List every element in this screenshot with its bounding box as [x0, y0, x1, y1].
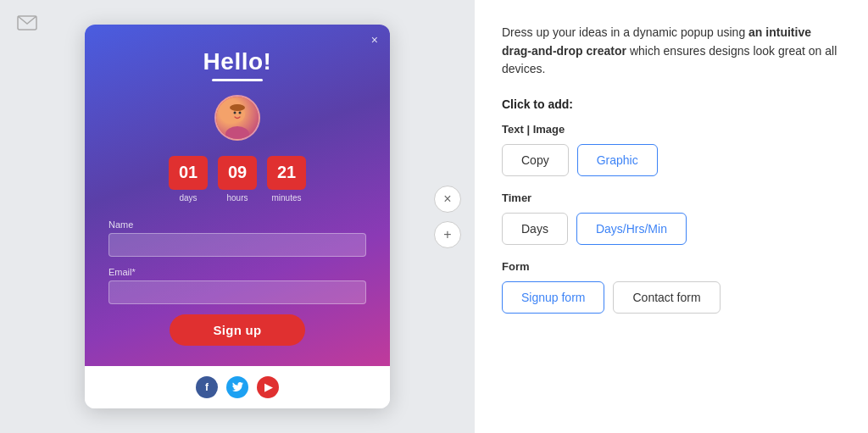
graphic-button[interactable]: Graphic: [577, 144, 658, 176]
email-field[interactable]: [108, 280, 366, 304]
timer-hours-label: hours: [226, 193, 248, 203]
timer-hours-block: 09 hours: [218, 156, 257, 203]
form-label: Form: [502, 260, 841, 273]
svg-point-5: [230, 104, 245, 111]
facebook-icon[interactable]: f: [196, 376, 218, 398]
popup-footer: f ▶: [85, 366, 390, 408]
popup-title: Hello!: [108, 48, 366, 75]
avatar: [214, 95, 260, 141]
twitter-icon[interactable]: [226, 376, 248, 398]
text-image-label: Text | Image: [502, 123, 841, 136]
timer-minutes-block: 21 minutes: [267, 156, 306, 203]
email-label: Email*: [108, 267, 366, 277]
timer-section: Timer Days Days/Hrs/Min: [502, 192, 841, 245]
name-field[interactable]: [108, 233, 366, 257]
side-controls: × +: [434, 186, 461, 248]
description-text-normal: Dress up your ideas in a dynamic popup u…: [502, 25, 748, 39]
click-to-add-title: Click to add:: [502, 97, 841, 111]
name-label: Name: [108, 219, 366, 230]
right-panel: Dress up your ideas in a dynamic popup u…: [475, 0, 868, 433]
remove-button[interactable]: ×: [434, 186, 461, 213]
timer-buttons: Days Days/Hrs/Min: [502, 213, 841, 245]
days-button[interactable]: Days: [502, 213, 568, 245]
form-buttons: Signup form Contact form: [502, 281, 841, 314]
add-button[interactable]: +: [434, 221, 461, 248]
timer-label: Timer: [502, 192, 841, 204]
timer-hours-value: 09: [218, 156, 257, 190]
timer-days-value: 01: [169, 156, 208, 190]
timer: 01 days 09 hours 21 minutes: [108, 156, 366, 203]
timer-days-label: days: [179, 193, 197, 203]
popup-title-underline: [212, 79, 263, 81]
svg-point-3: [234, 111, 236, 114]
preview-panel: × + × Hello!: [0, 0, 475, 433]
timer-minutes-label: minutes: [271, 193, 301, 203]
popup-preview: × Hello!: [85, 25, 390, 408]
popup-close-button[interactable]: ×: [371, 33, 378, 47]
email-icon: [17, 15, 37, 35]
signup-form-button[interactable]: Signup form: [502, 281, 604, 314]
text-image-buttons: Copy Graphic: [502, 144, 841, 176]
description: Dress up your ideas in a dynamic popup u…: [502, 24, 841, 79]
svg-point-2: [225, 126, 249, 139]
days-hrs-min-button[interactable]: Days/Hrs/Min: [576, 213, 687, 245]
signup-button[interactable]: Sign up: [170, 314, 305, 346]
timer-days-block: 01 days: [169, 156, 208, 203]
contact-form-button[interactable]: Contact form: [613, 281, 720, 314]
timer-minutes-value: 21: [267, 156, 306, 190]
form-section: Form Signup form Contact form: [502, 260, 841, 314]
youtube-icon[interactable]: ▶: [257, 376, 279, 398]
copy-button[interactable]: Copy: [502, 144, 569, 176]
svg-point-4: [239, 111, 242, 114]
popup-body: × Hello!: [85, 25, 390, 366]
text-image-section: Text | Image Copy Graphic: [502, 123, 841, 176]
